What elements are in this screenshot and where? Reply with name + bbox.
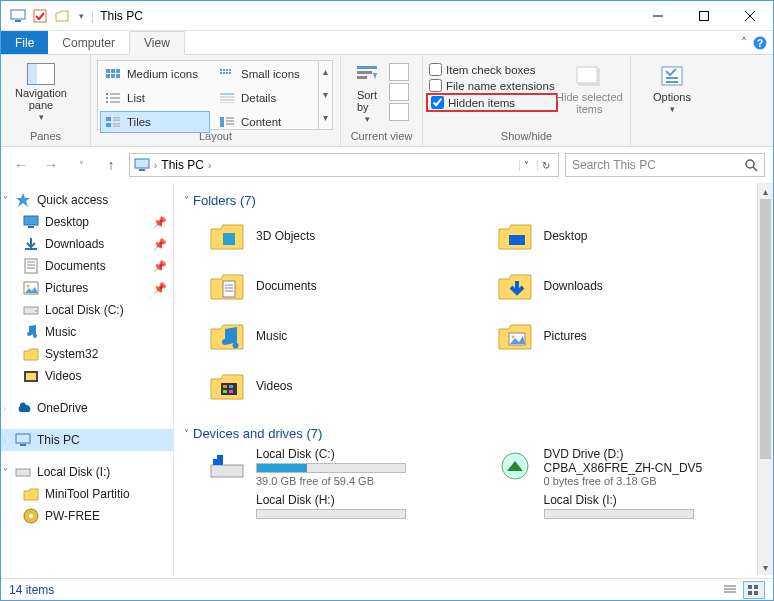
- svg-rect-96: [748, 591, 752, 595]
- svg-rect-43: [357, 66, 377, 69]
- svg-rect-84: [223, 390, 227, 393]
- tree-system32[interactable]: System32: [1, 343, 173, 365]
- section-folders-header[interactable]: ˅Folders (7): [178, 189, 769, 214]
- tab-computer[interactable]: Computer: [48, 31, 129, 54]
- size-columns-button[interactable]: [389, 103, 409, 121]
- svg-rect-14: [116, 74, 120, 78]
- drive-h[interactable]: Local Disk (H:): [208, 493, 476, 531]
- navigation-tree[interactable]: ˅Quick access Desktop📌 Downloads📌 Docume…: [1, 183, 174, 575]
- layout-medium-icons[interactable]: Medium icons: [100, 63, 210, 85]
- cloud-icon: [15, 400, 31, 416]
- chk-item-check-boxes[interactable]: Item check boxes: [429, 63, 555, 76]
- folder-icon: [496, 317, 534, 355]
- qat-newfolder-icon[interactable]: [53, 7, 71, 25]
- group-by-button[interactable]: [389, 63, 409, 81]
- layout-list[interactable]: List: [100, 87, 210, 109]
- help-icon[interactable]: ?: [753, 36, 767, 50]
- folder-documents[interactable]: Documents: [208, 264, 476, 308]
- view-details-button[interactable]: [719, 581, 741, 599]
- tree-quick-access[interactable]: ˅Quick access: [1, 189, 173, 211]
- nav-recent-dropdown[interactable]: ˅: [69, 153, 93, 177]
- layout-gallery-scroll[interactable]: ▴▾▾: [318, 61, 332, 129]
- svg-rect-12: [106, 74, 110, 78]
- tree-pictures[interactable]: Pictures📌: [1, 277, 173, 299]
- chk-hidden-items[interactable]: Hidden items: [431, 96, 553, 109]
- svg-rect-27: [106, 101, 108, 103]
- folder-videos[interactable]: Videos: [208, 364, 476, 408]
- options-button[interactable]: Options ▾: [637, 59, 707, 115]
- navigation-pane-button[interactable]: Navigation pane ▾: [7, 59, 75, 123]
- music-icon: [23, 324, 39, 340]
- search-input[interactable]: Search This PC: [565, 153, 765, 177]
- tree-onedrive[interactable]: ›OneDrive: [1, 397, 173, 419]
- svg-rect-26: [110, 97, 120, 99]
- view-large-icons-button[interactable]: [743, 581, 765, 599]
- nav-up-button[interactable]: ↑: [99, 153, 123, 177]
- layout-content[interactable]: Content: [214, 111, 314, 133]
- svg-rect-86: [211, 465, 243, 477]
- chevron-right-icon[interactable]: ›: [154, 160, 157, 171]
- tree-videos[interactable]: Videos: [1, 365, 173, 387]
- tree-minitool[interactable]: MiniTool Partitio: [1, 483, 173, 505]
- tree-desktop[interactable]: Desktop📌: [1, 211, 173, 233]
- breadcrumb-thispc[interactable]: This PC: [161, 158, 204, 172]
- drive-i[interactable]: Local Disk (I:): [496, 493, 764, 531]
- chk-file-name-extensions[interactable]: File name extensions: [429, 79, 555, 92]
- drive-c[interactable]: Local Disk (C:) 39.0 GB free of 59.4 GB: [208, 447, 476, 487]
- svg-rect-57: [25, 248, 37, 250]
- svg-rect-95: [754, 585, 758, 589]
- add-columns-button[interactable]: [389, 83, 409, 101]
- nav-back-button[interactable]: ←: [9, 153, 33, 177]
- minimize-button[interactable]: [635, 1, 681, 31]
- qat-properties-icon[interactable]: [31, 7, 49, 25]
- chevron-down-icon: ▾: [39, 113, 44, 123]
- maximize-button[interactable]: [681, 1, 727, 31]
- section-devices-header[interactable]: ˅Devices and drives (7): [178, 422, 769, 447]
- tree-music[interactable]: Music: [1, 321, 173, 343]
- tree-documents[interactable]: Documents📌: [1, 255, 173, 277]
- ribbon-collapse-icon[interactable]: ˄: [741, 36, 747, 50]
- tree-this-pc[interactable]: ›This PC: [1, 429, 173, 451]
- vertical-scrollbar[interactable]: ▴ ▾: [757, 183, 773, 575]
- tab-file[interactable]: File: [1, 31, 48, 54]
- folder-downloads[interactable]: Downloads: [496, 264, 764, 308]
- svg-rect-51: [135, 159, 149, 168]
- folder-desktop[interactable]: Desktop: [496, 214, 764, 258]
- svg-rect-35: [113, 119, 120, 121]
- tab-view[interactable]: View: [129, 31, 185, 55]
- search-icon: [744, 158, 758, 172]
- svg-rect-75: [223, 281, 235, 297]
- folder-pictures[interactable]: Pictures: [496, 314, 764, 358]
- tree-local-i[interactable]: ˅Local Disk (I:): [1, 461, 173, 483]
- svg-rect-97: [754, 591, 758, 595]
- svg-text:?: ?: [757, 38, 763, 49]
- tree-local-c[interactable]: Local Disk (C:): [1, 299, 173, 321]
- refresh-icon[interactable]: ↻: [537, 160, 554, 171]
- address-dropdown-icon[interactable]: ˅: [519, 160, 533, 171]
- svg-rect-25: [106, 97, 108, 99]
- sort-by-button[interactable]: Sort by ▾: [347, 59, 387, 125]
- chevron-right-icon[interactable]: ›: [208, 160, 211, 171]
- folder-music[interactable]: Music: [208, 314, 476, 358]
- layout-details[interactable]: Details: [214, 87, 314, 109]
- dvd-icon: [496, 447, 534, 485]
- layout-small-icons[interactable]: Small icons: [214, 63, 314, 85]
- svg-rect-34: [113, 117, 120, 119]
- folder-icon: [23, 486, 39, 502]
- drive-d[interactable]: DVD Drive (D:) CPBA_X86FRE_ZH-CN_DV5 0 b…: [496, 447, 764, 487]
- folder-icon: [208, 217, 246, 255]
- qat-dropdown-icon[interactable]: ▾: [75, 7, 87, 25]
- videos-icon: [23, 368, 39, 384]
- svg-rect-24: [110, 93, 120, 95]
- close-button[interactable]: [727, 1, 773, 31]
- address-bar[interactable]: › This PC › ˅ ↻: [129, 153, 559, 177]
- tree-downloads[interactable]: Downloads📌: [1, 233, 173, 255]
- tree-pwfree[interactable]: PW-FREE: [1, 505, 173, 527]
- svg-rect-17: [226, 69, 228, 71]
- navigation-pane-label: Navigation pane: [15, 87, 67, 111]
- content-pane[interactable]: ˅Folders (7) 3D Objects Desktop Document…: [174, 183, 773, 575]
- layout-tiles[interactable]: Tiles: [100, 111, 210, 133]
- capacity-bar: [544, 509, 694, 519]
- svg-rect-88: [213, 455, 217, 459]
- folder-3d-objects[interactable]: 3D Objects: [208, 214, 476, 258]
